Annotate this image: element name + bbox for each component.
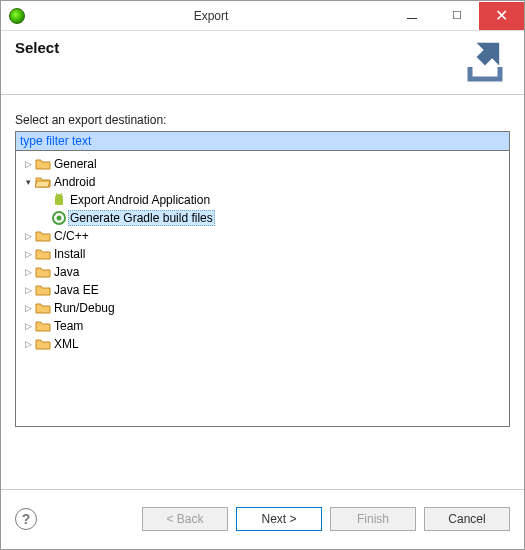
tree-node-export-android-app[interactable]: Export Android Application <box>18 191 507 209</box>
window-title: Export <box>33 9 389 23</box>
next-button[interactable]: Next > <box>236 507 322 531</box>
maximize-button[interactable]: ☐ <box>434 2 479 30</box>
export-tree[interactable]: ▷ General ▾ Android Export Android Appli… <box>15 151 510 427</box>
destination-label: Select an export destination: <box>15 113 510 127</box>
minimize-button[interactable] <box>389 2 434 30</box>
gradle-icon <box>50 211 68 225</box>
wizard-header: Select <box>1 31 524 95</box>
tree-node-generate-gradle[interactable]: Generate Gradle build files <box>18 209 507 227</box>
tree-node-xml[interactable]: ▷ XML <box>18 335 507 353</box>
folder-icon <box>34 247 52 261</box>
chevron-right-icon[interactable]: ▷ <box>22 267 34 277</box>
finish-button[interactable]: Finish <box>330 507 416 531</box>
folder-icon <box>34 319 52 333</box>
wizard-footer: ? < Back Next > Finish Cancel <box>1 489 524 547</box>
tree-label: Team <box>52 319 85 333</box>
tree-label: Java EE <box>52 283 101 297</box>
cancel-button[interactable]: Cancel <box>424 507 510 531</box>
tree-label: Java <box>52 265 81 279</box>
app-icon <box>9 8 25 24</box>
tree-label: Export Android Application <box>68 193 212 207</box>
tree-node-install[interactable]: ▷ Install <box>18 245 507 263</box>
folder-icon <box>34 283 52 297</box>
android-icon <box>50 193 68 207</box>
svg-line-2 <box>61 193 62 195</box>
folder-icon <box>34 157 52 171</box>
chevron-right-icon[interactable]: ▷ <box>22 285 34 295</box>
titlebar: Export ☐ ✕ <box>1 1 524 31</box>
tree-node-android[interactable]: ▾ Android <box>18 173 507 191</box>
tree-label: C/C++ <box>52 229 91 243</box>
tree-node-java[interactable]: ▷ Java <box>18 263 507 281</box>
tree-label: Run/Debug <box>52 301 117 315</box>
tree-label: General <box>52 157 99 171</box>
export-icon <box>460 37 508 88</box>
folder-open-icon <box>34 175 52 189</box>
tree-label: XML <box>52 337 81 351</box>
filter-input[interactable] <box>15 131 510 151</box>
chevron-down-icon[interactable]: ▾ <box>22 177 34 187</box>
folder-icon <box>34 229 52 243</box>
tree-node-javaee[interactable]: ▷ Java EE <box>18 281 507 299</box>
chevron-right-icon[interactable]: ▷ <box>22 249 34 259</box>
svg-line-1 <box>56 193 57 195</box>
tree-node-general[interactable]: ▷ General <box>18 155 507 173</box>
tree-node-ccpp[interactable]: ▷ C/C++ <box>18 227 507 245</box>
chevron-right-icon[interactable]: ▷ <box>22 321 34 331</box>
tree-label: Android <box>52 175 97 189</box>
tree-label: Generate Gradle build files <box>68 210 215 226</box>
page-title: Select <box>15 39 59 56</box>
svg-point-4 <box>57 216 62 221</box>
wizard-content: Select an export destination: ▷ General … <box>1 95 524 489</box>
svg-rect-0 <box>55 198 63 205</box>
folder-icon <box>34 337 52 351</box>
folder-icon <box>34 265 52 279</box>
back-button[interactable]: < Back <box>142 507 228 531</box>
tree-label: Install <box>52 247 87 261</box>
chevron-right-icon[interactable]: ▷ <box>22 231 34 241</box>
close-button[interactable]: ✕ <box>479 2 524 30</box>
help-icon[interactable]: ? <box>15 508 37 530</box>
tree-node-rundebug[interactable]: ▷ Run/Debug <box>18 299 507 317</box>
chevron-right-icon[interactable]: ▷ <box>22 159 34 169</box>
chevron-right-icon[interactable]: ▷ <box>22 339 34 349</box>
tree-node-team[interactable]: ▷ Team <box>18 317 507 335</box>
chevron-right-icon[interactable]: ▷ <box>22 303 34 313</box>
folder-icon <box>34 301 52 315</box>
